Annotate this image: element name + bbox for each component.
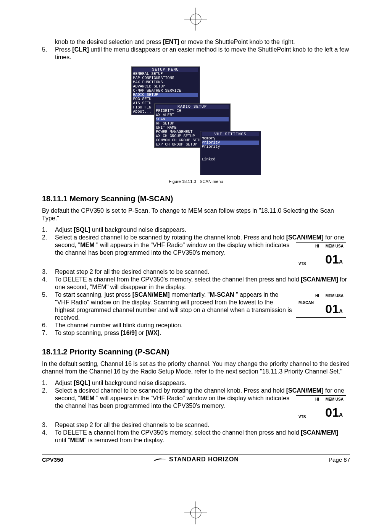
brand-swoosh-icon (153, 456, 167, 463)
mem-label: MEM (80, 242, 94, 248)
s2-step4: 4. To DELETE a channel from the CPV350's… (42, 429, 350, 444)
crop-mark-bottom (184, 501, 207, 524)
wx-key: [WX] (145, 330, 159, 336)
footer-page-number: Page 87 (329, 456, 350, 463)
s2-step1: 1. Adjust [SQL] until background noise d… (42, 379, 350, 387)
mscan-label: M-SCAN (210, 291, 234, 298)
vhf-display-vts: HI MEM USA VTS 01A (296, 242, 346, 268)
s2-paragraph: In the default setting, Channel 16 is se… (42, 360, 350, 375)
menu1-title: SETUP MENU (133, 68, 198, 72)
vhf-display-vts-2: HI MEM USA VTS 01A (296, 395, 346, 421)
intro-step5: 5. Press [CLR] until the menu disappears… (42, 46, 350, 61)
scanmem-key: [SCAN/MEM] (286, 234, 324, 241)
intro-continuation: knob to the desired selection and press … (42, 38, 350, 46)
ent-key: [ENT] (163, 39, 179, 45)
text: until the menu disappears or an easier m… (55, 46, 349, 60)
footer-model: CPV350 (42, 456, 63, 463)
figure-caption: Figure 18.11.0 - SCAN menu (42, 179, 350, 184)
list-number: 5. (42, 46, 51, 61)
s1-step2: 2. Select a desired channel to be scanne… (42, 234, 350, 268)
clr-key: [CLR] (72, 46, 89, 53)
page-footer: CPV350 STANDARD HORIZON Page 87 (42, 454, 350, 463)
menu2-title: RADIO SETUP (156, 105, 229, 109)
heading-18-11-2: 18.11.2 Priority Scanning (P-SCAN) (42, 348, 350, 356)
s1-step3: 3. Repeat step 2 for all the desired cha… (42, 268, 350, 276)
s1-paragraph: By default the CPV350 is set to P-Scan. … (42, 207, 350, 222)
s1-step4: 4. To DELETE a channel from the CPV350's… (42, 276, 350, 291)
s2-step3: 3. Repeat step 2 for all the desired cha… (42, 421, 350, 429)
figure-scan-menu: SETUP MENU GENERAL SETUP MAP CONFIGURATI… (42, 66, 350, 184)
s1-step5: 5. To start scanning, just press [SCAN/M… (42, 291, 350, 322)
sql-key: [SQL] (74, 226, 90, 233)
text: or move the ShuttlePoint knob to the rig… (179, 39, 295, 45)
key-16-9: [16/9] (121, 330, 137, 336)
heading-18-11-1: 18.11.1 Memory Scanning (M-SCAN) (42, 194, 350, 203)
footer-brand: STANDARD HORIZON (153, 456, 239, 463)
s1-step6: 6. The channel number will blink during … (42, 322, 350, 329)
s1-step1: 1. Adjust [SQL] until background noise d… (42, 226, 350, 234)
text: knob to the desired selection and press (55, 39, 163, 45)
text: Press (55, 46, 72, 53)
menu3-title: VHF SETTINGS (202, 132, 259, 136)
s1-step7: 7. To stop scanning, press [16/9] or [WX… (42, 329, 350, 337)
vhf-display-mscan: HI MEM USA M-SCAN 01A (296, 292, 346, 318)
s2-step2: 2. Select a desired channel to be scanne… (42, 387, 350, 421)
